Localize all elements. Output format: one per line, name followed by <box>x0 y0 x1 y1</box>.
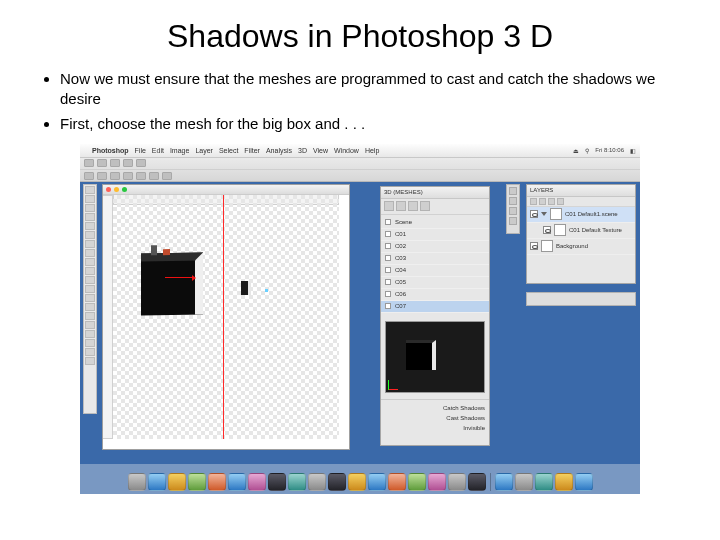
toolbar-icon[interactable] <box>123 172 133 180</box>
panel-tab[interactable]: 3D (MESHES) <box>384 189 423 195</box>
tool-button[interactable] <box>85 195 95 203</box>
menu-item[interactable]: 3D <box>298 147 307 154</box>
menu-item[interactable]: Window <box>334 147 359 154</box>
eye-icon[interactable] <box>530 210 538 218</box>
list-item[interactable]: C06 <box>381 289 489 301</box>
dock-app-icon[interactable] <box>228 473 246 491</box>
dock-app-icon[interactable] <box>408 473 426 491</box>
toolbar-icon[interactable] <box>84 159 94 167</box>
lock-icon[interactable] <box>548 198 555 205</box>
menubar-extra-icon[interactable]: ⏏ <box>573 147 579 154</box>
list-item[interactable]: C04 <box>381 265 489 277</box>
panel-icon[interactable] <box>509 207 517 215</box>
dock-app-icon[interactable] <box>208 473 226 491</box>
menubar-extra-icon[interactable]: ◧ <box>630 147 636 154</box>
panel-icon[interactable] <box>509 217 517 225</box>
window-titlebar[interactable] <box>103 185 349 195</box>
spotlight-icon[interactable]: ⚲ <box>585 147 589 154</box>
list-item[interactable]: C03 <box>381 253 489 265</box>
canvas[interactable] <box>113 195 339 439</box>
dock-app-icon[interactable] <box>468 473 486 491</box>
menu-item[interactable]: Image <box>170 147 189 154</box>
dock-app-icon[interactable] <box>515 473 533 491</box>
eye-icon[interactable] <box>543 226 551 234</box>
layer-row[interactable]: Background <box>527 239 635 255</box>
menu-item[interactable]: Edit <box>152 147 164 154</box>
tool-button[interactable] <box>85 276 95 284</box>
toolbar-icon[interactable] <box>123 159 133 167</box>
filter-light-icon[interactable] <box>420 201 430 211</box>
panel-icon[interactable] <box>509 187 517 195</box>
visibility-checkbox[interactable] <box>385 243 391 249</box>
mac-menubar[interactable]: Photoshop File Edit Image Layer Select F… <box>80 144 640 158</box>
dock-app-icon[interactable] <box>168 473 186 491</box>
tool-button[interactable] <box>85 303 95 311</box>
tool-button[interactable] <box>85 204 95 212</box>
tool-button[interactable] <box>85 294 95 302</box>
dock-app-icon[interactable] <box>575 473 593 491</box>
toolbar-icon[interactable] <box>84 172 94 180</box>
menu-item[interactable]: Analysis <box>266 147 292 154</box>
tool-button[interactable] <box>85 267 95 275</box>
guide-line[interactable] <box>223 195 224 439</box>
toolbar-icon[interactable] <box>110 159 120 167</box>
toolbar-icon[interactable] <box>110 172 120 180</box>
dock-app-icon[interactable] <box>495 473 513 491</box>
toolbar-icon[interactable] <box>136 172 146 180</box>
list-item[interactable]: C02 <box>381 241 489 253</box>
menu-item[interactable]: Filter <box>244 147 260 154</box>
tool-button[interactable] <box>85 339 95 347</box>
mesh-big-box[interactable] <box>141 252 203 315</box>
axis-gizmo-icon[interactable] <box>165 277 193 278</box>
dock-app-icon[interactable] <box>308 473 326 491</box>
collapsed-panel[interactable] <box>526 292 636 306</box>
dock-app-icon[interactable] <box>448 473 466 491</box>
disclosure-triangle-icon[interactable] <box>541 212 547 216</box>
dock-app-icon[interactable] <box>368 473 386 491</box>
visibility-checkbox[interactable] <box>385 303 391 309</box>
dock-app-icon[interactable] <box>348 473 366 491</box>
dock-app-icon[interactable] <box>535 473 553 491</box>
visibility-checkbox[interactable] <box>385 291 391 297</box>
tool-button[interactable] <box>85 285 95 293</box>
panel-icon[interactable] <box>509 197 517 205</box>
toolbar-icon[interactable] <box>97 172 107 180</box>
visibility-checkbox[interactable] <box>385 231 391 237</box>
visibility-checkbox[interactable] <box>385 279 391 285</box>
toolbar-icon[interactable] <box>162 172 172 180</box>
tool-button[interactable] <box>85 231 95 239</box>
dock-app-icon[interactable] <box>248 473 266 491</box>
tool-button[interactable] <box>85 222 95 230</box>
mesh-preview[interactable] <box>385 321 485 393</box>
tool-button[interactable] <box>85 348 95 356</box>
lock-icon[interactable] <box>530 198 537 205</box>
dock-app-icon[interactable] <box>555 473 573 491</box>
mesh-small-box[interactable] <box>241 281 251 295</box>
tool-button[interactable] <box>85 240 95 248</box>
menu-item[interactable]: File <box>135 147 146 154</box>
tool-button[interactable] <box>85 213 95 221</box>
dock-app-icon[interactable] <box>148 473 166 491</box>
filter-material-icon[interactable] <box>408 201 418 211</box>
toolbar-icon[interactable] <box>97 159 107 167</box>
menu-item[interactable]: Select <box>219 147 238 154</box>
dock-app-icon[interactable] <box>428 473 446 491</box>
dock-app-icon[interactable] <box>288 473 306 491</box>
eye-icon[interactable] <box>530 242 538 250</box>
layer-row[interactable]: C01 Default1.scene <box>527 207 635 223</box>
lock-icon[interactable] <box>539 198 546 205</box>
tool-button[interactable] <box>85 330 95 338</box>
menu-item[interactable]: View <box>313 147 328 154</box>
list-item[interactable]: Scene <box>381 217 489 229</box>
list-item[interactable]: C01 <box>381 229 489 241</box>
toolbar-icon[interactable] <box>136 159 146 167</box>
dock-app-icon[interactable] <box>128 473 146 491</box>
list-item[interactable]: C05 <box>381 277 489 289</box>
visibility-checkbox[interactable] <box>385 255 391 261</box>
visibility-checkbox[interactable] <box>385 267 391 273</box>
tool-button[interactable] <box>85 321 95 329</box>
toolbar-icon[interactable] <box>149 172 159 180</box>
app-name[interactable]: Photoshop <box>92 147 129 154</box>
menu-item[interactable]: Help <box>365 147 379 154</box>
filter-mesh-icon[interactable] <box>396 201 406 211</box>
